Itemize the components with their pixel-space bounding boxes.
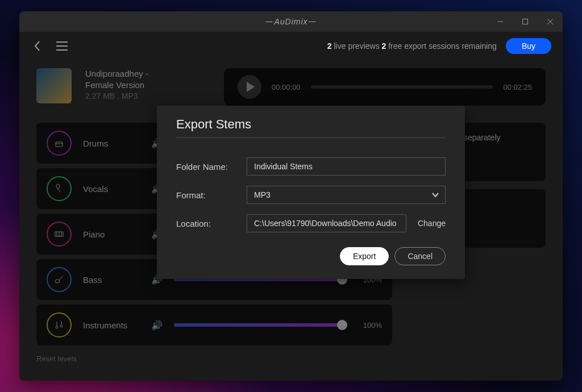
modal-title: Export Stems — [176, 117, 446, 132]
change-location-link[interactable]: Change — [418, 219, 446, 228]
export-stems-modal: Export Stems Folder Name: Format: MP3 Lo… — [157, 106, 465, 279]
folder-name-label: Folder Name: — [176, 162, 240, 172]
modal-export-button[interactable]: Export — [340, 247, 389, 265]
location-label: Location: — [176, 219, 240, 228]
modal-overlay: Export Stems Folder Name: Format: MP3 Lo… — [19, 11, 563, 381]
chevron-down-icon — [431, 192, 439, 198]
modal-cancel-button[interactable]: Cancel — [394, 247, 446, 265]
folder-name-input[interactable] — [247, 157, 446, 176]
format-select[interactable]: MP3 — [247, 186, 446, 204]
app-window: —AuDimix— 2 live previews 2 free export … — [19, 11, 563, 381]
format-label: Format: — [176, 190, 240, 200]
location-input[interactable] — [247, 214, 406, 232]
